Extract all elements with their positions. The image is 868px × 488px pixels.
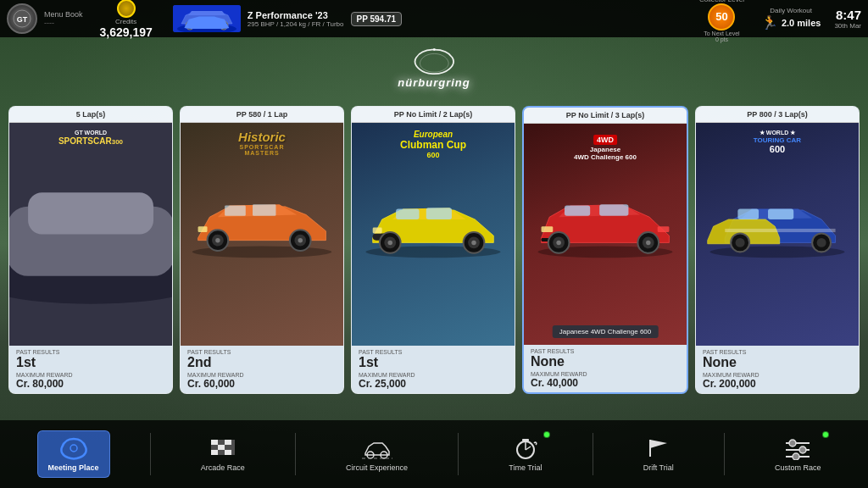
card-3-footer: Past Results 1st Maximum Reward Cr. 25,0… — [352, 346, 515, 393]
workout-row: 🏃 2.0 miles — [761, 14, 821, 30]
card-3-header: PP No Limit / 2 Lap(s) — [352, 107, 515, 123]
menu-book[interactable]: Menu Book ---- — [44, 10, 83, 27]
svg-rect-51 — [542, 226, 554, 232]
track-name: nürburgring — [398, 76, 470, 89]
nav-custom-race-label: Custom Race — [775, 463, 821, 472]
nav-separator-2 — [295, 433, 296, 475]
car-info: Z Performance '23 295 BHP / 1,204 kg / F… — [248, 10, 344, 28]
svg-rect-62 — [211, 440, 218, 445]
daily-workout-section: Daily Workout 🏃 2.0 miles — [761, 7, 821, 30]
car-name: Z Performance '23 — [248, 10, 344, 20]
svg-rect-18 — [21, 229, 31, 233]
credits-value: 3,629,197 — [100, 25, 153, 39]
svg-point-61 — [70, 445, 77, 452]
workout-value: 2.0 miles — [782, 18, 821, 28]
card-5-logo-line1: ★ WORLD ★ — [754, 130, 801, 136]
race-card-3[interactable]: PP No Limit / 2 Lap(s) European Clubman … — [351, 106, 515, 394]
svg-point-8 — [433, 48, 436, 51]
card-4-tooltip: Japanese 4WD Challenge 600 — [553, 325, 659, 338]
svg-point-83 — [799, 446, 806, 453]
card-4-4wd-badge: 4WD — [593, 135, 617, 145]
svg-point-39 — [471, 241, 476, 245]
card-4-past-value: None — [531, 354, 680, 369]
svg-rect-64 — [225, 440, 231, 445]
svg-point-5 — [220, 21, 228, 30]
svg-point-7 — [222, 24, 225, 27]
svg-point-25 — [215, 238, 220, 242]
svg-point-47 — [556, 241, 560, 245]
card-1-car-svg — [9, 123, 172, 337]
card-2-header: PP 580 / 1 Lap — [181, 107, 343, 123]
card-1-reward-value: Cr. 80,000 — [16, 378, 165, 390]
svg-point-4 — [186, 21, 194, 30]
time-trial-dot — [543, 431, 550, 438]
car-thumbnail — [173, 5, 241, 32]
car-section[interactable]: Z Performance '23 295 BHP / 1,204 kg / F… — [173, 5, 682, 32]
card-1-reward-label: Maximum Reward — [16, 372, 165, 378]
nav-time-trial[interactable]: Time Trial — [498, 431, 552, 477]
card-2-past-value: 2nd — [187, 355, 337, 370]
svg-rect-54 — [737, 209, 759, 219]
svg-point-14 — [42, 241, 46, 245]
nav-drift-trial-label: Drift Trial — [643, 463, 674, 472]
svg-rect-11 — [79, 207, 108, 219]
nav-circuit-experience-label: Circuit Experience — [346, 463, 408, 472]
credits-coin-icon — [117, 0, 136, 18]
nav-circuit-experience[interactable]: Circuit Experience — [336, 431, 418, 477]
card-3-reward-label: Maximum Reward — [359, 372, 508, 378]
card-2-logo-main: Historic — [221, 130, 303, 144]
time-trial-icon — [510, 436, 541, 460]
card-2-past-label: Past Results — [187, 349, 337, 355]
collector-level-badge: 50 — [708, 3, 735, 30]
race-card-4[interactable]: PP No Limit / 3 Lap(s) 4WD Japanese 4WD … — [522, 106, 688, 394]
race-card-5[interactable]: PP 800 / 3 Lap(s) ★ WORLD ★ TOURING CAR … — [695, 106, 860, 394]
card-2-reward-value: Cr. 60,000 — [187, 378, 337, 390]
card-3-reward-value: Cr. 25,000 — [359, 378, 508, 390]
svg-rect-78 — [522, 439, 529, 441]
nav-custom-race[interactable]: Custom Race — [765, 431, 832, 477]
svg-rect-31 — [396, 209, 419, 219]
svg-point-15 — [121, 232, 142, 253]
svg-rect-42 — [565, 206, 590, 216]
card-4-header: PP No Limit / 3 Lap(s) — [524, 108, 687, 124]
pp-value: 594.71 — [370, 14, 396, 24]
card-1-header: 5 Lap(s) — [9, 107, 172, 123]
collector-pts: 0 pts — [715, 36, 728, 42]
card-5-header: PP 800 / 3 Lap(s) — [696, 107, 859, 123]
collector-level-value: 50 — [715, 10, 727, 23]
svg-rect-66 — [218, 445, 225, 450]
drift-trial-icon — [643, 436, 674, 460]
workout-runner-icon: 🏃 — [761, 14, 778, 30]
svg-point-36 — [388, 241, 392, 245]
nav-arcade-race-label: Arcade Race — [201, 463, 245, 472]
credits-label: Credits — [115, 18, 136, 25]
card-3-logo-600: 600 — [400, 151, 466, 159]
menu-book-dash: ---- — [44, 19, 83, 27]
svg-point-17 — [129, 241, 133, 245]
menu-book-label: Menu Book — [44, 10, 83, 19]
nav-drift-trial[interactable]: Drift Trial — [633, 431, 684, 477]
card-4-reward-value: Cr. 40,000 — [531, 377, 680, 389]
card-5-logo-600: 600 — [754, 144, 801, 154]
race-card-2[interactable]: PP 580 / 1 Lap Historic SPORTSCAR MASTER… — [180, 106, 344, 394]
nav-arcade-race[interactable]: Arcade Race — [191, 431, 255, 477]
card-3-past-value: 1st — [359, 355, 508, 370]
card-4-footer: Past Results None Maximum Reward Cr. 40,… — [524, 345, 687, 392]
svg-point-12 — [34, 232, 55, 253]
card-5-logo: ★ WORLD ★ TOURING CAR 600 — [754, 130, 801, 154]
card-2-footer: Past Results 2nd Maximum Reward Cr. 60,0… — [181, 346, 343, 393]
svg-point-9 — [21, 241, 161, 258]
card-1-past-label: Past Results — [16, 349, 165, 355]
card-3-logo-clubman: Clubman Cup — [400, 139, 466, 151]
circuit-experience-icon — [362, 436, 392, 460]
card-4-reward-label: Maximum Reward — [531, 371, 680, 377]
card-4-image: 4WD Japanese 4WD Challenge 600 — [524, 124, 687, 345]
race-card-1[interactable]: 5 Lap(s) GT WORLD SPORTSCAR300 — [8, 106, 173, 394]
nav-meeting-place[interactable]: Meeting Place — [37, 430, 110, 478]
card-1-past-value: 1st — [16, 355, 165, 370]
card-2-reward-label: Maximum Reward — [187, 372, 337, 378]
card-1-logo-line1: GT WORLD — [58, 130, 123, 136]
workout-label: Daily Workout — [770, 7, 812, 14]
card-5-past-label: Past Results — [703, 349, 852, 355]
nav-separator-3 — [458, 433, 459, 475]
